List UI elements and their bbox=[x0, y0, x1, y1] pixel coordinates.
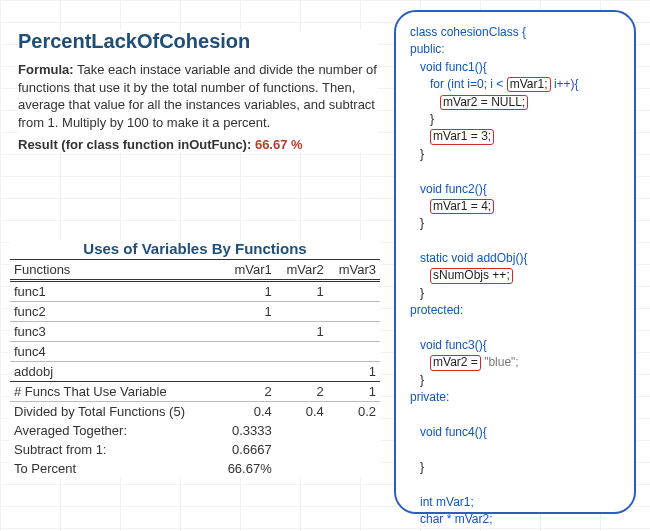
table-row: Subtract from 1: 0.6667 bbox=[10, 440, 380, 459]
table-row: Divided by Total Functions (5) 0.4 0.4 0… bbox=[10, 402, 380, 422]
cell: 2 bbox=[276, 382, 328, 402]
page-title: PercentLackOfCohesion bbox=[18, 30, 378, 53]
result-label: Result (for class function inOutFunc): bbox=[18, 137, 251, 152]
cell: 0.3333 bbox=[216, 421, 276, 440]
table-title: Uses of Variables By Functions bbox=[10, 240, 380, 257]
cell: 1 bbox=[216, 281, 276, 302]
highlight-mvar2: mVar2 = bbox=[430, 355, 481, 370]
cell bbox=[276, 459, 328, 478]
code-text: void func4(){ bbox=[420, 425, 487, 439]
table-row: func1 1 1 bbox=[10, 281, 380, 302]
cell bbox=[328, 459, 380, 478]
uses-table: Functions mVar1 mVar2 mVar3 func1 1 1 fu… bbox=[10, 259, 380, 478]
table-row: # Funcs That Use Variable 2 2 1 bbox=[10, 382, 380, 402]
cell bbox=[216, 362, 276, 382]
cell bbox=[328, 281, 380, 302]
cell-label: Divided by Total Functions (5) bbox=[10, 402, 216, 422]
cell: 0.4 bbox=[276, 402, 328, 422]
cell-label: Averaged Together: bbox=[10, 421, 216, 440]
cell: 1 bbox=[276, 281, 328, 302]
code-text: } bbox=[420, 147, 424, 161]
code-text: void func2(){ bbox=[420, 182, 487, 196]
code-text: "blue"; bbox=[484, 355, 519, 369]
cell: 1 bbox=[328, 362, 380, 382]
highlight-mvar1: mVar1; bbox=[507, 77, 551, 92]
cell: 66.67% bbox=[216, 459, 276, 478]
cell: 2 bbox=[216, 382, 276, 402]
cell bbox=[216, 342, 276, 362]
highlight-snumobjs: sNumObjs ++; bbox=[430, 268, 513, 283]
cell: 0.2 bbox=[328, 402, 380, 422]
result-value: 66.67 % bbox=[255, 137, 303, 152]
col-mvar1: mVar1 bbox=[216, 260, 276, 281]
code-text: } bbox=[430, 112, 434, 126]
cell bbox=[328, 440, 380, 459]
code-text: } bbox=[420, 286, 424, 300]
cell bbox=[276, 421, 328, 440]
code-text: } bbox=[420, 460, 424, 474]
cell-label: # Funcs That Use Variable bbox=[10, 382, 216, 402]
table-row: func2 1 bbox=[10, 302, 380, 322]
table-row: Averaged Together: 0.3333 bbox=[10, 421, 380, 440]
table-row: func3 1 bbox=[10, 322, 380, 342]
cell bbox=[216, 322, 276, 342]
cell bbox=[276, 440, 328, 459]
code-text: } bbox=[420, 373, 424, 387]
cell-label: To Percent bbox=[10, 459, 216, 478]
code-text: class cohesionClass { bbox=[410, 25, 526, 39]
cell-label: func4 bbox=[10, 342, 216, 362]
code-text: static void addObj(){ bbox=[420, 251, 527, 265]
cell bbox=[276, 342, 328, 362]
table-row: To Percent 66.67% bbox=[10, 459, 380, 478]
cell: 1 bbox=[216, 302, 276, 322]
cell: 0.6667 bbox=[216, 440, 276, 459]
col-mvar3: mVar3 bbox=[328, 260, 380, 281]
code-text: char * mVar2; bbox=[420, 512, 492, 526]
highlight-mvar1: mVar1 = 3; bbox=[430, 129, 494, 144]
code-text: void func3(){ bbox=[420, 338, 487, 352]
code-text: protected: bbox=[410, 303, 463, 317]
highlight-mvar2: mVar2 = NULL; bbox=[440, 95, 528, 110]
formula-text: Formula: Take each instace variable and … bbox=[18, 61, 378, 131]
cell-label: func1 bbox=[10, 281, 216, 302]
cell: 1 bbox=[328, 382, 380, 402]
code-text: for (int i=0; i < bbox=[430, 77, 503, 91]
col-mvar2: mVar2 bbox=[276, 260, 328, 281]
code-text: int mVar1; bbox=[420, 495, 474, 509]
code-text: } bbox=[420, 216, 424, 230]
formula-label: Formula: bbox=[18, 62, 74, 77]
col-functions: Functions bbox=[10, 260, 216, 281]
cell bbox=[276, 302, 328, 322]
description-block: PercentLackOfCohesion Formula: Take each… bbox=[18, 30, 378, 152]
code-panel: class cohesionClass { public: void func1… bbox=[394, 10, 636, 514]
cell bbox=[328, 342, 380, 362]
cell-label: func2 bbox=[10, 302, 216, 322]
cell bbox=[276, 362, 328, 382]
code-text: public: bbox=[410, 42, 445, 56]
cell bbox=[328, 421, 380, 440]
code-text: void func1(){ bbox=[420, 60, 487, 74]
code-text: i++){ bbox=[554, 77, 579, 91]
cell bbox=[328, 302, 380, 322]
table-row: func4 bbox=[10, 342, 380, 362]
cell-label: func3 bbox=[10, 322, 216, 342]
cell-label: addobj bbox=[10, 362, 216, 382]
code-text: private: bbox=[410, 390, 449, 404]
result-line: Result (for class function inOutFunc): 6… bbox=[18, 137, 378, 152]
cell: 1 bbox=[276, 322, 328, 342]
cell bbox=[328, 322, 380, 342]
uses-table-wrap: Uses of Variables By Functions Functions… bbox=[10, 240, 380, 478]
cell: 0.4 bbox=[216, 402, 276, 422]
table-header-row: Functions mVar1 mVar2 mVar3 bbox=[10, 260, 380, 281]
table-row: addobj 1 bbox=[10, 362, 380, 382]
highlight-mvar1: mVar1 = 4; bbox=[430, 199, 494, 214]
cell-label: Subtract from 1: bbox=[10, 440, 216, 459]
